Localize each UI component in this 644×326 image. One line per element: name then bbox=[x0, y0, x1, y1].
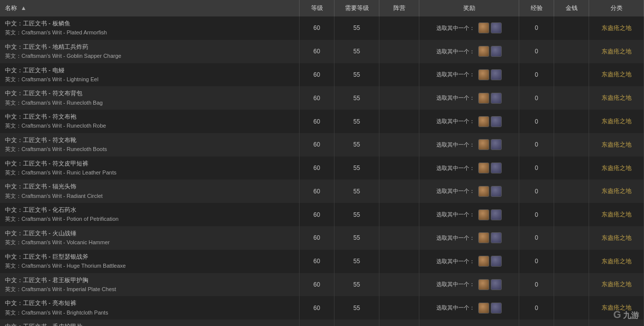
exp-cell: 0 bbox=[519, 226, 554, 250]
reward-icon-1[interactable] bbox=[478, 186, 489, 197]
col-money[interactable]: 金钱 bbox=[554, 0, 589, 16]
table-row[interactable]: 中文：工匠文书 - 电鳗 英文：Craftsman's Writ - Light… bbox=[0, 63, 644, 87]
category-cell: 东盎疮之地 bbox=[589, 273, 644, 297]
name-en: 英文：Craftsman's Writ - Runecloth Bag bbox=[5, 99, 296, 108]
table-row[interactable]: 中文：工匠文书 - 化石药水 英文：Craftsman's Writ - Pot… bbox=[0, 203, 644, 226]
reward-icon-1[interactable] bbox=[478, 93, 489, 104]
level-cell: 60 bbox=[300, 110, 334, 133]
reward-icon-1[interactable] bbox=[478, 139, 489, 150]
reward-text: 选取其中一个： bbox=[436, 304, 475, 312]
table-row[interactable]: 中文：工匠文书 - 巨型瑟银战斧 英文：Craftsman's Writ - H… bbox=[0, 250, 644, 273]
faction-cell bbox=[379, 133, 419, 157]
reward-icon-2[interactable] bbox=[491, 256, 502, 267]
reward-icon-1[interactable] bbox=[478, 232, 489, 243]
table-row[interactable]: 中文：工匠文书 - 地精工兵炸药 英文：Craftsman's Writ - G… bbox=[0, 40, 644, 63]
category-cell: 东盎疮之地 bbox=[589, 63, 644, 87]
table-row[interactable]: 中文：工匠文书 - 符文布靴 英文：Craftsman's Writ - Run… bbox=[0, 133, 644, 157]
req-level-cell: 55 bbox=[334, 133, 379, 157]
col-exp[interactable]: 经验 bbox=[519, 0, 554, 16]
reward-icon-2[interactable] bbox=[491, 279, 502, 290]
name-cell: 中文：工匠文书 - 电鳗 英文：Craftsman's Writ - Light… bbox=[0, 63, 300, 87]
table-row[interactable]: 中文：工匠文书 - 辐光头饰 英文：Craftsman's Writ - Rad… bbox=[0, 179, 644, 203]
reward-icon-2[interactable] bbox=[491, 186, 502, 197]
reward-icon-1[interactable] bbox=[478, 46, 489, 57]
faction-cell bbox=[379, 86, 419, 110]
req-level-cell: 55 bbox=[334, 250, 379, 273]
req-level-cell: 55 bbox=[334, 226, 379, 250]
reward-icon-2[interactable] bbox=[491, 93, 502, 104]
faction-cell bbox=[379, 110, 419, 133]
name-cell: 中文：工匠文书 - 地精工兵炸药 英文：Craftsman's Writ - G… bbox=[0, 40, 300, 63]
reward-text: 选取其中一个： bbox=[436, 234, 475, 242]
reward-icon-2[interactable] bbox=[491, 303, 502, 314]
level-cell: 60 bbox=[300, 226, 334, 250]
reward-icon-2[interactable] bbox=[491, 232, 502, 243]
money-cell bbox=[554, 250, 589, 273]
reward-icon-2[interactable] bbox=[491, 46, 502, 57]
reward-icon-1[interactable] bbox=[478, 22, 489, 33]
name-zh: 中文：工匠文书 - 符文布靴 bbox=[5, 136, 296, 145]
col-faction[interactable]: 阵营 bbox=[379, 0, 419, 16]
name-en: 英文：Craftsman's Writ - Runic Leather Pant… bbox=[5, 168, 296, 177]
category-cell: 东盎疮之地 bbox=[589, 250, 644, 273]
reward-icon-1[interactable] bbox=[478, 163, 489, 173]
exp-cell: 0 bbox=[519, 40, 554, 63]
req-level-cell: 55 bbox=[334, 157, 379, 180]
table-row[interactable]: 中文：工匠文书 - 亮布短裤 英文：Craftsman's Writ - Bri… bbox=[0, 296, 644, 320]
reward-icon-1[interactable] bbox=[478, 209, 489, 220]
reward-text: 选取其中一个： bbox=[436, 187, 475, 195]
reward-icon-2[interactable] bbox=[491, 69, 502, 80]
reward-icon-1[interactable] bbox=[478, 256, 489, 267]
table-row[interactable]: 中文：工匠文书 - 火山战锤 英文：Craftsman's Writ - Vol… bbox=[0, 226, 644, 250]
level-cell: 60 bbox=[300, 250, 334, 273]
name-zh: 中文：工匠文书 - 毛皮护甲片 bbox=[5, 322, 296, 326]
name-cell: 中文：工匠文书 - 巨型瑟银战斧 英文：Craftsman's Writ - H… bbox=[0, 250, 300, 273]
col-req-level[interactable]: 需要等级 bbox=[334, 0, 379, 16]
money-cell bbox=[554, 133, 589, 157]
col-name[interactable]: 名称 ▲ bbox=[0, 0, 300, 16]
name-cell: 中文：工匠文书 - 辐光头饰 英文：Craftsman's Writ - Rad… bbox=[0, 179, 300, 203]
reward-icon-2[interactable] bbox=[491, 22, 502, 33]
category-cell: 东盎疮之地 bbox=[589, 110, 644, 133]
req-level-cell: 55 bbox=[334, 203, 379, 226]
req-level-cell: 55 bbox=[334, 110, 379, 133]
name-en: 英文：Craftsman's Writ - Volcanic Hammer bbox=[5, 238, 296, 247]
col-category[interactable]: 分类 bbox=[589, 0, 644, 16]
table-row[interactable]: 中文：工匠文书 - 符文布背包 英文：Craftsman's Writ - Ru… bbox=[0, 86, 644, 110]
name-cell: 中文：工匠文书 - 符文布靴 英文：Craftsman's Writ - Run… bbox=[0, 133, 300, 157]
req-level-cell: 55 bbox=[334, 273, 379, 297]
reward-cell: 选取其中一个： bbox=[419, 157, 519, 180]
faction-cell bbox=[379, 273, 419, 297]
reward-cell: 选取其中一个： bbox=[419, 86, 519, 110]
reward-icon-2[interactable] bbox=[491, 209, 502, 220]
reward-icon-2[interactable] bbox=[491, 139, 502, 150]
exp-cell: 0 bbox=[519, 273, 554, 297]
level-cell: 60 bbox=[300, 133, 334, 157]
reward-icon-1[interactable] bbox=[478, 69, 489, 80]
category-cell: 东盎疮之地 bbox=[589, 133, 644, 157]
col-reward[interactable]: 奖励 bbox=[419, 0, 519, 16]
reward-text: 选取其中一个： bbox=[436, 258, 475, 265]
table-row[interactable]: 中文：工匠文书 - 符文布袍 英文：Craftsman's Writ - Run… bbox=[0, 110, 644, 133]
reward-icon-2[interactable] bbox=[491, 116, 502, 127]
name-en: 英文：Craftsman's Writ - Plated Armorfish bbox=[5, 28, 296, 37]
table-row[interactable]: 中文：工匠文书 - 板鳞鱼 英文：Craftsman's Writ - Plat… bbox=[0, 16, 644, 40]
table-row[interactable]: 中文：工匠文书 - 君王板甲护胸 英文：Craftsman's Writ - I… bbox=[0, 273, 644, 297]
faction-cell bbox=[379, 296, 419, 320]
col-level[interactable]: 等级 bbox=[300, 0, 334, 16]
req-level-cell: 55 bbox=[334, 86, 379, 110]
name-zh: 中文：工匠文书 - 符文布背包 bbox=[5, 89, 296, 98]
level-cell: 60 bbox=[300, 86, 334, 110]
table-row[interactable]: 中文：工匠文书 - 符文皮甲短裤 英文：Craftsman's Writ - R… bbox=[0, 157, 644, 180]
name-cell: 中文：工匠文书 - 火山战锤 英文：Craftsman's Writ - Vol… bbox=[0, 226, 300, 250]
reward-icon-1[interactable] bbox=[478, 116, 489, 127]
reward-text: 选取其中一个： bbox=[436, 281, 475, 288]
name-cell: 中文：工匠文书 - 符文布背包 英文：Craftsman's Writ - Ru… bbox=[0, 86, 300, 110]
table-row[interactable]: 中文：工匠文书 - 毛皮护甲片 英文：Craftsman's Writ - Ru… bbox=[0, 320, 644, 326]
reward-icon-1[interactable] bbox=[478, 279, 489, 290]
reward-text: 选取其中一个： bbox=[436, 24, 475, 32]
reward-icon-1[interactable] bbox=[478, 303, 489, 314]
reward-text: 选取其中一个： bbox=[436, 118, 475, 125]
reward-icon-2[interactable] bbox=[491, 163, 502, 173]
money-cell bbox=[554, 320, 589, 326]
